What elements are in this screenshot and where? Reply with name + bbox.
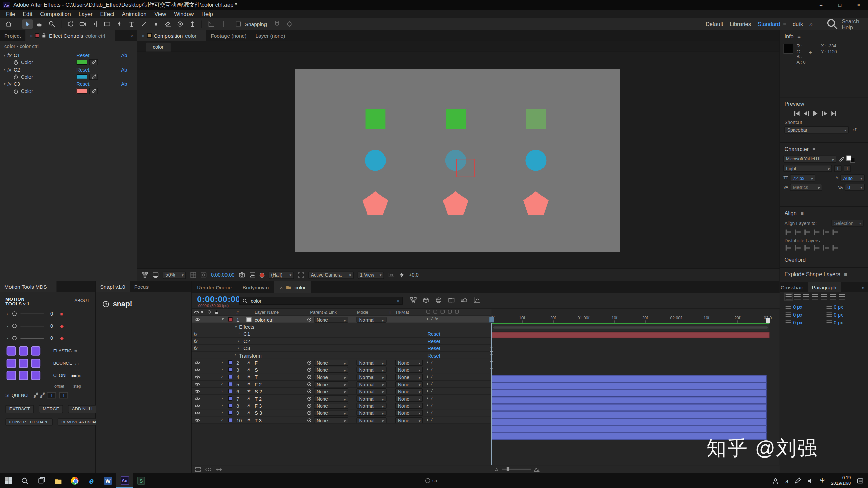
twirl-icon[interactable] — [221, 374, 223, 379]
twirl-icon[interactable] — [221, 417, 223, 422]
justify-all-icon[interactable] — [839, 294, 845, 300]
mode-select[interactable]: Normal — [356, 381, 386, 387]
layer-color-swatch[interactable] — [228, 410, 233, 415]
frame-blending-icon[interactable] — [448, 297, 455, 304]
chrome-icon[interactable] — [66, 473, 83, 488]
menu-item[interactable]: Effect — [96, 11, 118, 17]
tab-paragraph[interactable]: Paragraph — [807, 282, 841, 292]
eye-icon[interactable] — [194, 368, 200, 372]
stair-icon[interactable]: ▞ — [34, 393, 37, 398]
tab-render-queue[interactable]: Render Queue — [192, 281, 237, 293]
pickwhip-icon[interactable] — [307, 367, 312, 372]
parent-select[interactable]: None — [314, 417, 348, 423]
trkmat-select[interactable]: None — [395, 367, 423, 373]
effect-group-row[interactable]: fx C1 Reset — [192, 330, 492, 338]
tab-snap[interactable]: Snap! v1.0 — [96, 281, 130, 292]
reset-preview-icon[interactable] — [852, 127, 856, 133]
paragraph-field[interactable]: 0 px — [786, 304, 822, 310]
play-button[interactable] — [813, 111, 817, 116]
roto-brush-tool[interactable] — [175, 19, 185, 29]
layer-switches[interactable] — [426, 317, 438, 322]
layer-row[interactable]: 7 T 2 None Normal None — [192, 395, 492, 402]
minimize-button[interactable]: – — [811, 0, 830, 10]
effect-reset-link[interactable]: Reset — [76, 67, 89, 72]
align-to-select[interactable]: Selection — [831, 220, 864, 227]
app-s-icon[interactable]: S — [133, 473, 150, 488]
layer-color-swatch[interactable] — [228, 360, 233, 365]
stair-icon[interactable]: ▞ — [40, 393, 44, 398]
timeline-zoom-slider[interactable] — [495, 467, 540, 472]
layer-color-swatch[interactable] — [228, 374, 233, 379]
reset-link[interactable]: Reset — [427, 339, 440, 344]
eye-icon[interactable] — [194, 404, 200, 408]
search-icon[interactable] — [17, 473, 33, 488]
layer-color-swatch[interactable] — [228, 382, 233, 386]
effect-about-link[interactable]: Ab — [121, 67, 136, 72]
layer-color-swatch[interactable] — [228, 418, 233, 422]
pickwhip-icon[interactable] — [307, 418, 312, 423]
layer-switches[interactable] — [426, 374, 432, 379]
align-left-text-icon[interactable] — [786, 294, 792, 300]
mode-select[interactable]: Normal — [356, 367, 386, 373]
mask-visibility-icon[interactable] — [200, 272, 207, 279]
last-frame-button[interactable] — [831, 111, 836, 116]
slider-track[interactable] — [20, 313, 44, 314]
color-swatch[interactable] — [76, 88, 87, 94]
exposure-value[interactable]: +0.0 — [409, 272, 419, 278]
menu-item[interactable]: Composition — [36, 11, 75, 17]
eraser-tool[interactable] — [163, 19, 173, 29]
eye-icon[interactable] — [194, 411, 200, 415]
parent-select[interactable]: None — [314, 388, 348, 394]
panel-menu-icon[interactable] — [844, 271, 847, 277]
viewer-timecode[interactable]: 0:00:00:00 — [211, 272, 234, 278]
eyedropper-icon[interactable] — [89, 88, 98, 94]
type-tool[interactable] — [126, 19, 137, 29]
menu-item[interactable]: View — [151, 11, 170, 17]
zoom-tool[interactable] — [46, 19, 57, 29]
region-of-interest-icon[interactable] — [298, 272, 304, 279]
slider-knob[interactable] — [12, 311, 16, 316]
home-icon[interactable] — [3, 19, 14, 29]
effects-group-row[interactable]: Effects — [192, 323, 492, 330]
distribute-icon[interactable] — [795, 245, 801, 250]
distribute-icon[interactable] — [804, 245, 810, 250]
layer-row[interactable]: 3 S None Normal None — [192, 366, 492, 373]
grid-cell[interactable] — [19, 346, 28, 356]
align-left-icon[interactable] — [786, 230, 792, 235]
eye-icon[interactable] — [194, 361, 200, 364]
pentagon-shape[interactable] — [523, 191, 549, 215]
layer-switches[interactable] — [426, 395, 432, 401]
twirl-icon[interactable] — [235, 353, 236, 357]
twirl-icon[interactable] — [221, 360, 223, 365]
tab-project[interactable]: Project — [0, 30, 25, 41]
menu-item[interactable]: Window — [170, 11, 198, 17]
mode-select[interactable]: Normal — [356, 395, 386, 402]
layer-color-swatch[interactable] — [228, 367, 233, 372]
twirl-icon[interactable] — [221, 403, 223, 408]
taskbar-clock[interactable]: 0:192019/10/8 — [831, 475, 851, 486]
mini-flowchart-icon[interactable] — [410, 297, 417, 304]
eye-icon[interactable] — [194, 382, 200, 386]
pickwhip-icon[interactable] — [307, 403, 312, 408]
slider-row[interactable]: 0 ◆ — [0, 332, 95, 344]
tab-bodymovin[interactable]: Bodymovin — [237, 281, 274, 293]
file-explorer-icon[interactable] — [50, 473, 66, 488]
trkmat-select[interactable]: None — [395, 395, 423, 402]
layer-row[interactable]: 6 S 2 None Normal None — [192, 388, 492, 395]
camera-tool[interactable] — [78, 19, 88, 29]
zoom-select[interactable]: 50% — [163, 271, 186, 279]
shy-layers-icon[interactable] — [435, 297, 442, 304]
justify-last-center-icon[interactable] — [821, 294, 827, 300]
extract-button[interactable]: EXTRACT — [5, 405, 34, 413]
paragraph-field[interactable]: 0 px — [826, 312, 863, 318]
axis-mode-icon[interactable] — [206, 19, 216, 29]
faux-bold-icon[interactable]: T — [834, 165, 841, 172]
grid-cell[interactable] — [7, 359, 16, 368]
color-swatch[interactable] — [76, 74, 87, 79]
kerning-select[interactable]: Metrics — [790, 184, 823, 191]
trkmat-select[interactable]: None — [395, 417, 423, 423]
transform-group-row[interactable]: Transform Reset — [192, 352, 492, 359]
workspace-overflow-icon[interactable] — [810, 21, 813, 27]
layer-color-swatch[interactable] — [228, 396, 233, 401]
parent-select[interactable]: None — [314, 395, 348, 402]
